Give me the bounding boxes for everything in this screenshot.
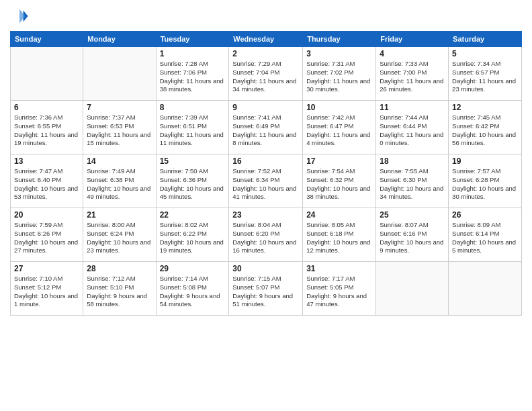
calendar-cell: 18Sunrise: 7:55 AM Sunset: 6:30 PM Dayli… [376, 154, 449, 208]
day-number: 22 [160, 210, 226, 220]
day-info: Sunrise: 7:50 AM Sunset: 6:36 PM Dayligh… [160, 167, 226, 201]
day-number: 14 [87, 156, 152, 166]
calendar-cell: 14Sunrise: 7:49 AM Sunset: 6:38 PM Dayli… [83, 154, 156, 208]
day-info: Sunrise: 7:37 AM Sunset: 6:53 PM Dayligh… [87, 113, 152, 148]
day-info: Sunrise: 7:42 AM Sunset: 6:47 PM Dayligh… [306, 113, 372, 148]
day-info: Sunrise: 7:55 AM Sunset: 6:30 PM Dayligh… [380, 167, 445, 201]
calendar-cell: 29Sunrise: 7:14 AM Sunset: 5:08 PM Dayli… [156, 262, 229, 316]
logo [10, 7, 32, 26]
calendar-cell: 10Sunrise: 7:42 AM Sunset: 6:47 PM Dayli… [303, 101, 376, 154]
day-info: Sunrise: 7:59 AM Sunset: 6:26 PM Dayligh… [14, 221, 79, 255]
svg-marker-1 [19, 9, 25, 24]
day-info: Sunrise: 7:15 AM Sunset: 5:07 PM Dayligh… [232, 275, 299, 309]
day-info: Sunrise: 7:29 AM Sunset: 7:04 PM Dayligh… [232, 60, 299, 94]
day-info: Sunrise: 7:31 AM Sunset: 7:02 PM Dayligh… [306, 60, 372, 94]
day-number: 16 [232, 156, 299, 166]
day-info: Sunrise: 8:05 AM Sunset: 6:18 PM Dayligh… [306, 221, 372, 255]
calendar-cell: 24Sunrise: 8:05 AM Sunset: 6:18 PM Dayli… [303, 208, 376, 262]
day-info: Sunrise: 8:04 AM Sunset: 6:20 PM Dayligh… [232, 221, 299, 255]
calendar-cell: 27Sunrise: 7:10 AM Sunset: 5:12 PM Dayli… [11, 262, 83, 316]
weekday-header: Wednesday [229, 32, 303, 47]
day-number: 3 [306, 49, 372, 58]
calendar-cell: 3Sunrise: 7:31 AM Sunset: 7:02 PM Daylig… [303, 47, 376, 101]
day-number: 4 [380, 49, 445, 58]
calendar-cell: 26Sunrise: 8:09 AM Sunset: 6:14 PM Dayli… [449, 208, 522, 262]
day-number: 18 [380, 156, 445, 166]
day-number: 20 [14, 210, 79, 220]
day-info: Sunrise: 7:14 AM Sunset: 5:08 PM Dayligh… [160, 275, 226, 309]
day-number: 10 [306, 103, 372, 112]
calendar-cell: 1Sunrise: 7:28 AM Sunset: 7:06 PM Daylig… [156, 47, 229, 101]
calendar-cell: 9Sunrise: 7:41 AM Sunset: 6:49 PM Daylig… [229, 101, 303, 154]
calendar-cell: 6Sunrise: 7:36 AM Sunset: 6:55 PM Daylig… [11, 101, 83, 154]
calendar-cell: 22Sunrise: 8:02 AM Sunset: 6:22 PM Dayli… [156, 208, 229, 262]
calendar-cell: 5Sunrise: 7:34 AM Sunset: 6:57 PM Daylig… [449, 47, 522, 101]
day-number: 25 [380, 210, 445, 220]
day-number: 12 [452, 103, 518, 112]
day-number: 2 [232, 49, 299, 58]
day-number: 5 [452, 49, 518, 58]
day-number: 11 [380, 103, 445, 112]
weekday-header: Sunday [11, 32, 83, 47]
calendar-cell [11, 47, 83, 101]
calendar-cell: 20Sunrise: 7:59 AM Sunset: 6:26 PM Dayli… [11, 208, 83, 262]
calendar-week-row: 27Sunrise: 7:10 AM Sunset: 5:12 PM Dayli… [11, 262, 522, 316]
calendar-week-row: 1Sunrise: 7:28 AM Sunset: 7:06 PM Daylig… [11, 47, 522, 101]
calendar-cell: 25Sunrise: 8:07 AM Sunset: 6:16 PM Dayli… [376, 208, 449, 262]
weekday-header: Monday [83, 32, 156, 47]
day-info: Sunrise: 8:09 AM Sunset: 6:14 PM Dayligh… [452, 221, 518, 255]
calendar-cell: 30Sunrise: 7:15 AM Sunset: 5:07 PM Dayli… [229, 262, 303, 316]
day-number: 23 [232, 210, 299, 220]
calendar-week-row: 20Sunrise: 7:59 AM Sunset: 6:26 PM Dayli… [11, 208, 522, 262]
day-info: Sunrise: 8:02 AM Sunset: 6:22 PM Dayligh… [160, 221, 226, 255]
day-number: 8 [160, 103, 226, 112]
day-number: 26 [452, 210, 518, 220]
calendar-table: SundayMondayTuesdayWednesdayThursdayFrid… [10, 31, 522, 316]
calendar-cell: 16Sunrise: 7:52 AM Sunset: 6:34 PM Dayli… [229, 154, 303, 208]
weekday-row: SundayMondayTuesdayWednesdayThursdayFrid… [11, 32, 522, 47]
day-number: 19 [452, 156, 518, 166]
day-number: 30 [232, 264, 299, 273]
day-info: Sunrise: 7:10 AM Sunset: 5:12 PM Dayligh… [14, 275, 79, 309]
calendar-cell: 28Sunrise: 7:12 AM Sunset: 5:10 PM Dayli… [83, 262, 156, 316]
day-number: 6 [14, 103, 79, 112]
day-info: Sunrise: 7:34 AM Sunset: 6:57 PM Dayligh… [452, 60, 518, 94]
calendar-cell: 2Sunrise: 7:29 AM Sunset: 7:04 PM Daylig… [229, 47, 303, 101]
calendar-cell: 7Sunrise: 7:37 AM Sunset: 6:53 PM Daylig… [83, 101, 156, 154]
logo-icon [10, 7, 29, 26]
day-number: 21 [87, 210, 152, 220]
day-info: Sunrise: 7:36 AM Sunset: 6:55 PM Dayligh… [14, 113, 79, 148]
calendar-header: SundayMondayTuesdayWednesdayThursdayFrid… [11, 32, 522, 47]
day-number: 17 [306, 156, 372, 166]
calendar-cell: 21Sunrise: 8:00 AM Sunset: 6:24 PM Dayli… [83, 208, 156, 262]
calendar-cell: 15Sunrise: 7:50 AM Sunset: 6:36 PM Dayli… [156, 154, 229, 208]
day-info: Sunrise: 7:17 AM Sunset: 5:05 PM Dayligh… [306, 275, 372, 309]
day-info: Sunrise: 7:39 AM Sunset: 6:51 PM Dayligh… [160, 113, 226, 148]
day-number: 28 [87, 264, 152, 273]
calendar-cell: 23Sunrise: 8:04 AM Sunset: 6:20 PM Dayli… [229, 208, 303, 262]
day-number: 7 [87, 103, 152, 112]
calendar-cell: 4Sunrise: 7:33 AM Sunset: 7:00 PM Daylig… [376, 47, 449, 101]
calendar-cell: 31Sunrise: 7:17 AM Sunset: 5:05 PM Dayli… [303, 262, 376, 316]
day-info: Sunrise: 7:41 AM Sunset: 6:49 PM Dayligh… [232, 113, 299, 148]
calendar-cell: 13Sunrise: 7:47 AM Sunset: 6:40 PM Dayli… [11, 154, 83, 208]
page-header [10, 7, 522, 26]
day-info: Sunrise: 7:47 AM Sunset: 6:40 PM Dayligh… [14, 167, 79, 201]
weekday-header: Saturday [449, 32, 522, 47]
day-number: 13 [14, 156, 79, 166]
calendar-cell: 11Sunrise: 7:44 AM Sunset: 6:44 PM Dayli… [376, 101, 449, 154]
calendar-body: 1Sunrise: 7:28 AM Sunset: 7:06 PM Daylig… [11, 47, 522, 316]
day-info: Sunrise: 7:54 AM Sunset: 6:32 PM Dayligh… [306, 167, 372, 201]
day-info: Sunrise: 7:44 AM Sunset: 6:44 PM Dayligh… [380, 113, 445, 148]
day-number: 27 [14, 264, 79, 273]
calendar-week-row: 6Sunrise: 7:36 AM Sunset: 6:55 PM Daylig… [11, 101, 522, 154]
calendar-cell: 12Sunrise: 7:45 AM Sunset: 6:42 PM Dayli… [449, 101, 522, 154]
day-info: Sunrise: 8:00 AM Sunset: 6:24 PM Dayligh… [87, 221, 152, 255]
day-info: Sunrise: 7:12 AM Sunset: 5:10 PM Dayligh… [87, 275, 152, 309]
calendar-cell: 8Sunrise: 7:39 AM Sunset: 6:51 PM Daylig… [156, 101, 229, 154]
calendar-cell [376, 262, 449, 316]
weekday-header: Friday [376, 32, 449, 47]
day-info: Sunrise: 7:52 AM Sunset: 6:34 PM Dayligh… [232, 167, 299, 201]
day-info: Sunrise: 7:33 AM Sunset: 7:00 PM Dayligh… [380, 60, 445, 94]
day-number: 15 [160, 156, 226, 166]
